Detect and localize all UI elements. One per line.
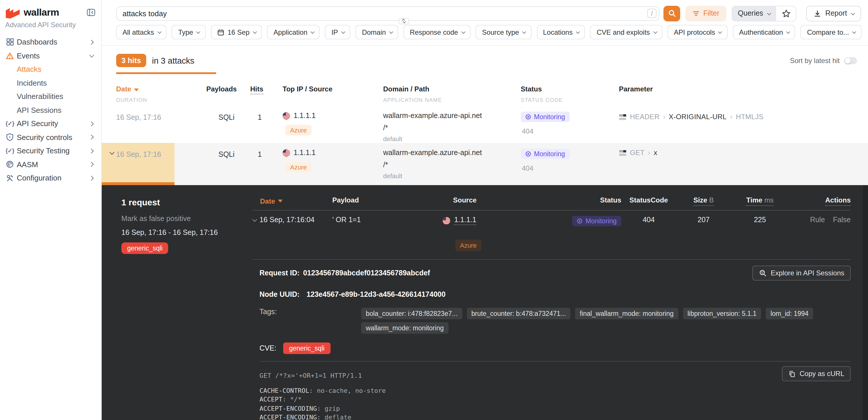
attack-payload-type: SQLi	[206, 143, 250, 185]
sidebar-item-api-security[interactable]: API Security	[0, 117, 101, 131]
wallarm-logo-icon	[5, 7, 20, 19]
filter-chips: All attacks Type 16 Sep Application IP D…	[102, 23, 868, 46]
request-status: Monitoring	[570, 216, 621, 251]
source-ip-link[interactable]: 1.1.1.1	[454, 216, 476, 225]
domain: wallarm-example.azure-api.net	[383, 112, 521, 120]
request-time: 225	[731, 216, 789, 251]
request-details: Explore in API Sessions Request ID:01234…	[252, 260, 851, 420]
copy-as-curl-button[interactable]: Copy as cURL	[782, 366, 851, 381]
filter-chip-all-attacks[interactable]: All attacks	[116, 25, 166, 39]
search-box: /	[116, 6, 659, 21]
column-header-top-ip-source: Top IP / Source	[283, 83, 383, 103]
report-button[interactable]: Report	[806, 5, 861, 21]
path: /*	[383, 124, 521, 132]
download-icon	[814, 9, 821, 17]
chevron-down-icon	[767, 11, 771, 15]
filter-chip-ip[interactable]: IP	[325, 25, 350, 39]
queries-button[interactable]: Queries	[732, 6, 776, 21]
http-header: ACCEPT*/*	[259, 395, 851, 404]
sidebar-item-api-sessions[interactable]: API Sessions	[0, 103, 101, 117]
filter-chip-api-protocols[interactable]: API protocols	[668, 25, 727, 39]
chevron-right-icon	[89, 121, 94, 126]
filter-button[interactable]: Filter	[685, 5, 726, 21]
attack-date: 16 Sep, 17:16	[116, 110, 206, 143]
filter-chip-date[interactable]: 16 Sep	[211, 25, 262, 39]
column-header-hits[interactable]: Hits	[250, 83, 283, 103]
sidebar-item-attacks[interactable]: Attacks	[0, 62, 101, 76]
tag: wallarm_mode: monitoring	[361, 322, 448, 334]
sidebar-nav: Dashboards Events Attacks Incidents Vuln…	[0, 35, 101, 185]
request-row[interactable]: 16 Sep, 17:16:04 ' OR 1=1 1.1.1.1 Azure …	[252, 216, 851, 251]
chip-label: Application	[274, 28, 307, 36]
sidebar-item-vulnerabilities[interactable]: Vulnerabilities	[0, 90, 101, 103]
raw-request-block: Copy as cURL GET /*?x='+OR+1=1 HTTP/1.1 …	[259, 362, 851, 420]
column-header-status: Status	[570, 196, 621, 206]
chevron-down-icon	[341, 30, 345, 33]
filter-chip-application[interactable]: Application	[267, 25, 320, 39]
filter-chip-domain[interactable]: Domain	[356, 25, 399, 39]
sidebar-item-incidents[interactable]: Incidents	[0, 76, 101, 90]
chevron-down-icon[interactable]	[252, 217, 257, 222]
chip-label: IP	[332, 28, 338, 36]
sidebar-item-security-testing[interactable]: Security Testing	[0, 144, 101, 158]
filter-chip-cve-and-exploits[interactable]: CVE and exploits	[590, 25, 662, 39]
column-header-actions[interactable]: Actions	[789, 196, 851, 206]
false-action-link[interactable]: False	[833, 216, 851, 251]
source-ip[interactable]: 1.1.1.1	[293, 112, 315, 120]
attack-row[interactable]: 16 Sep, 17:16 SQLi 1 1.1.1.1 Azure walla…	[102, 110, 868, 143]
chip-label: Authentication	[739, 28, 783, 36]
param-part: X-ORIGINAL-URL	[669, 113, 726, 121]
monitoring-icon	[577, 218, 583, 224]
filter-chip-response-code[interactable]: Response code	[403, 25, 470, 39]
column-subheader-application-name: APPLICATION NAME	[383, 96, 521, 103]
param-separator: ›	[663, 113, 665, 121]
monitoring-icon	[525, 151, 531, 157]
source-ip[interactable]: 1.1.1.1	[293, 149, 315, 157]
search-expand-handle[interactable]	[399, 18, 409, 24]
sidebar-item-events[interactable]: Events	[0, 49, 101, 62]
sidebar-item-dashboards[interactable]: Dashboards	[0, 35, 101, 49]
filter-chip-source-type[interactable]: Source type	[475, 25, 531, 39]
chevron-down-icon	[196, 30, 200, 33]
detail-summary: 1 request Mark as false positive 16 Sep,…	[102, 185, 252, 420]
application-name: default	[383, 135, 521, 142]
http-headers: CACHE-CONTROLno-cache, no-store ACCEPT*/…	[259, 387, 851, 420]
tags-section: Tags: bola_counter: i:478:f82823e7... br…	[259, 308, 851, 334]
column-header-date[interactable]: Date	[252, 196, 332, 206]
sort-toggle[interactable]	[844, 57, 857, 64]
filter-chip-authentication[interactable]: Authentication	[733, 25, 796, 39]
filter-chip-type[interactable]: Type	[172, 25, 206, 39]
chevron-down-icon	[786, 30, 790, 33]
sidebar-item-configuration[interactable]: Configuration	[0, 171, 101, 185]
path: /*	[383, 161, 521, 169]
main-content: / Filter Queries Report	[102, 0, 868, 420]
search-button[interactable]	[663, 5, 680, 21]
tag: brute_counter: b:478:a732471...	[467, 308, 570, 319]
favorite-button[interactable]	[776, 6, 796, 21]
explore-api-sessions-button[interactable]: Explore in API Sessions	[752, 265, 851, 281]
mark-false-positive-link[interactable]: Mark as false positive	[121, 215, 252, 223]
sidebar-item-security-controls[interactable]: Security controls	[0, 131, 101, 144]
chevron-down-icon	[253, 30, 256, 33]
column-header-date[interactable]: DateDURATION	[116, 83, 206, 103]
chevron-down-icon	[718, 30, 722, 33]
collapse-sidebar-button[interactable]	[87, 9, 95, 16]
column-header-size[interactable]: Size B	[676, 196, 731, 206]
brand-subtitle: Advanced API Security	[0, 21, 101, 29]
search-input[interactable]	[116, 6, 659, 21]
results-summary: 3 hits in 3 attacks Sort by latest hit	[102, 46, 868, 74]
column-header-time[interactable]: Time ms	[731, 196, 789, 206]
filter-chip-locations[interactable]: Locations	[536, 25, 585, 39]
http-header: CACHE-CONTROLno-cache, no-store	[259, 387, 851, 395]
chevron-down-icon	[461, 30, 465, 33]
node-uuid-value: 123e4567-e89b-12d3-a456-426614174000	[307, 290, 445, 299]
sidebar-item-aasm[interactable]: AASM	[0, 158, 101, 171]
attack-row-selected[interactable]: 16 Sep, 17:16 SQLi 1 1.1.1.1 Azure walla…	[102, 143, 868, 185]
star-icon	[782, 9, 790, 18]
filter-chip-compare-to[interactable]: Compare to...	[801, 25, 861, 39]
scrollbar[interactable]	[863, 185, 868, 420]
shield-lightning-icon	[6, 133, 14, 141]
rule-action-link[interactable]: Rule	[810, 216, 825, 251]
chevron-down-icon	[522, 30, 526, 33]
chip-label: Compare to...	[807, 28, 849, 36]
